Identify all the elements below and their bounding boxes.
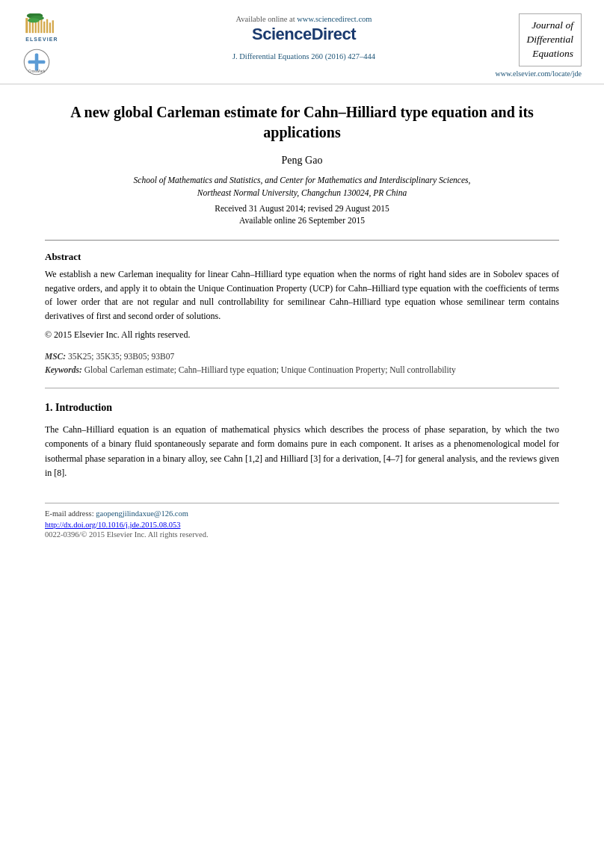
section-1-para-1: The Cahn–Hilliard equation is an equatio… <box>45 423 559 480</box>
svg-rect-10 <box>52 20 54 33</box>
section-1-heading: 1. Introduction <box>45 402 559 414</box>
elsevier-logo: ELSEVIER <box>22 13 90 43</box>
header-right: Journal of Differential Equations www.el… <box>466 13 582 78</box>
paper-title: A new global Carleman estimate for Cahn–… <box>45 102 559 143</box>
abstract-text: We establish a new Carleman inequality f… <box>45 267 559 323</box>
copyright: © 2015 Elsevier Inc. All rights reserved… <box>45 328 559 342</box>
author-name: Peng Gao <box>45 155 559 167</box>
keywords-label: Keywords: <box>45 365 82 374</box>
svg-rect-5 <box>37 20 39 33</box>
issn-line: 0022-0396/© 2015 Elsevier Inc. All right… <box>45 530 559 539</box>
crossmark-logo[interactable]: CrossMark <box>22 48 51 76</box>
svg-text:ELSEVIER: ELSEVIER <box>25 37 58 42</box>
footnote-area: E-mail address: gaopengjilindaxue@126.co… <box>45 503 559 539</box>
abstract-title: Abstract <box>45 251 559 263</box>
doi-line: http://dx.doi.org/10.1016/j.jde.2015.08.… <box>45 521 559 529</box>
svg-rect-17 <box>28 61 46 64</box>
email-footnote: E-mail address: gaopengjilindaxue@126.co… <box>45 509 559 518</box>
journal-url-link[interactable]: www.elsevier.com/locate/jde <box>496 69 582 78</box>
header: ELSEVIER CrossMark Available online at w… <box>0 0 604 84</box>
doi-link[interactable]: http://dx.doi.org/10.1016/j.jde.2015.08.… <box>45 521 181 529</box>
section-divider <box>45 388 559 388</box>
svg-point-13 <box>28 18 39 22</box>
page: ELSEVIER CrossMark Available online at w… <box>0 0 604 868</box>
keywords-line: Keywords: Global Carleman estimate; Cahn… <box>45 365 559 374</box>
header-logos: ELSEVIER CrossMark <box>22 13 142 76</box>
available-online-text: Available online at www.sciencedirect.co… <box>236 15 372 23</box>
sciencedirect-title: ScienceDirect <box>252 25 356 44</box>
main-content: A new global Carleman estimate for Cahn–… <box>0 84 604 554</box>
keywords-values: Global Carleman estimate; Cahn–Hilliard … <box>84 365 456 374</box>
available-online-date: Available online 26 September 2015 <box>45 216 559 225</box>
msc-line: MSC: 35K25; 35K35; 93B05; 93B07 <box>45 352 559 361</box>
svg-rect-7 <box>43 22 45 33</box>
journal-ref-link[interactable]: J. Differential Equations 260 (2016) 427… <box>232 52 375 61</box>
email-link[interactable]: gaopengjilindaxue@126.com <box>96 509 188 518</box>
abstract-section: Abstract We establish a new Carleman ine… <box>45 251 559 341</box>
svg-text:CrossMark: CrossMark <box>28 69 46 73</box>
header-center: Available online at www.sciencedirect.co… <box>150 13 458 62</box>
website-link[interactable]: www.sciencedirect.com <box>297 15 372 23</box>
header-divider <box>45 240 559 241</box>
received-dates: Received 31 August 2014; revised 29 Augu… <box>45 204 559 213</box>
msc-values: 35K25; 35K35; 93B05; 93B07 <box>68 352 174 361</box>
svg-rect-1 <box>25 18 28 33</box>
svg-rect-6 <box>40 18 42 33</box>
svg-rect-8 <box>46 19 48 33</box>
msc-label: MSC: <box>45 352 66 361</box>
affiliation: School of Mathematics and Statistics, an… <box>45 174 559 200</box>
svg-rect-9 <box>49 22 51 33</box>
journal-title-box: Journal of Differential Equations <box>519 13 582 66</box>
